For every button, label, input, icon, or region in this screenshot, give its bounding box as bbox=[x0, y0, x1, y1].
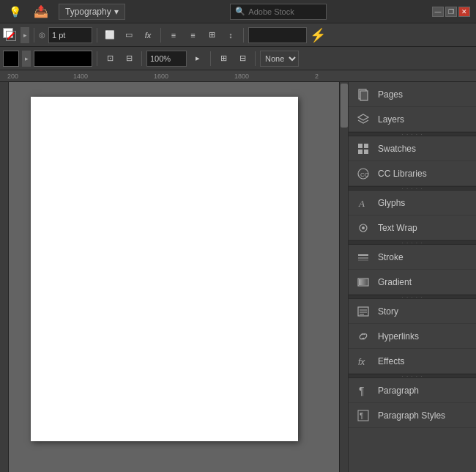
title-bar-left: 💡 📤 Typography ▾ bbox=[6, 3, 125, 21]
toolbar-row1: ▸ ◎ ⬜ ▭ fx ≡ ≡ ⊞ ↕ ⚡ bbox=[0, 23, 476, 47]
sep6 bbox=[141, 51, 142, 66]
layers-icon bbox=[356, 112, 371, 127]
maximize-button[interactable]: ❐ bbox=[445, 7, 457, 17]
zoom-input[interactable] bbox=[146, 51, 187, 67]
flip-h-button[interactable]: ⊡ bbox=[102, 51, 118, 67]
paragraph-styles-label: Paragraph Styles bbox=[378, 410, 445, 421]
vertical-scrollbar[interactable] bbox=[339, 82, 348, 472]
panel-item-pages[interactable]: Pages bbox=[349, 82, 476, 107]
paragraph-icon: ¶ bbox=[356, 383, 371, 398]
cc-libraries-label: CC Libraries bbox=[378, 169, 427, 179]
quick-apply-icon[interactable]: ⚡ bbox=[310, 27, 326, 43]
right-panel: Pages Layers · · · · · bbox=[348, 82, 476, 472]
text-input-field[interactable] bbox=[248, 27, 307, 43]
svg-rect-4 bbox=[364, 144, 368, 148]
cc-libraries-icon: CC bbox=[356, 166, 371, 181]
svg-text:CC: CC bbox=[360, 172, 369, 178]
ruler-mark-1: 1400 bbox=[73, 73, 88, 80]
svg-text:fx: fx bbox=[358, 357, 365, 367]
search-icon: 🔍 bbox=[235, 7, 245, 16]
stroke-icon bbox=[356, 250, 371, 265]
workspace-dropdown[interactable]: Typography ▾ bbox=[59, 4, 125, 20]
stroke-weight-input[interactable] bbox=[48, 27, 92, 43]
ruler-mark-4: 2 bbox=[315, 73, 319, 80]
panel-item-glyphs[interactable]: A Glyphs bbox=[349, 191, 476, 215]
horizontal-ruler: 200 1400 1600 1800 2 bbox=[0, 70, 476, 82]
panel-item-effects[interactable]: fx Effects bbox=[349, 349, 476, 374]
svg-point-11 bbox=[362, 226, 365, 229]
fill-color-box[interactable] bbox=[3, 51, 19, 67]
align-center-button[interactable]: ≡ bbox=[185, 27, 201, 43]
fill-expand-button[interactable]: ▸ bbox=[22, 51, 31, 67]
panel-item-paragraph-styles[interactable]: ¶ Paragraph Styles bbox=[349, 403, 476, 428]
panel-item-stroke[interactable]: Stroke bbox=[349, 245, 476, 270]
search-area: 🔍 bbox=[230, 4, 327, 20]
sep3 bbox=[160, 28, 161, 43]
effects-icon: fx bbox=[356, 354, 371, 369]
minimize-button[interactable]: — bbox=[432, 7, 444, 17]
panel-item-layers[interactable]: Layers bbox=[349, 107, 476, 132]
search-box[interactable]: 🔍 bbox=[230, 4, 327, 20]
panel-item-text-wrap[interactable]: Text Wrap bbox=[349, 215, 476, 240]
sep1 bbox=[34, 28, 34, 43]
stroke-color-indicator bbox=[6, 31, 16, 41]
transform-button[interactable]: ⬜ bbox=[102, 27, 118, 43]
swatches-label: Swatches bbox=[378, 144, 416, 154]
swatches-icon bbox=[356, 141, 371, 156]
distribute2-button[interactable]: ↕ bbox=[223, 27, 239, 43]
zoom-dropdown-button[interactable]: ▸ bbox=[190, 51, 206, 67]
ruler-mark-2: 1600 bbox=[154, 73, 168, 80]
story-label: Story bbox=[378, 306, 398, 317]
hyperlinks-icon bbox=[356, 329, 371, 344]
fx-label: fx bbox=[145, 31, 152, 40]
fx-button[interactable]: fx bbox=[140, 27, 156, 43]
ruler-mark-3: 1800 bbox=[234, 73, 249, 80]
effects-label: Effects bbox=[378, 356, 404, 366]
ruler-mark-0: 200 bbox=[7, 73, 18, 80]
distribute-button[interactable]: ⊞ bbox=[204, 27, 220, 43]
stroke-weight-icon: ◎ bbox=[39, 31, 45, 39]
sep5 bbox=[97, 51, 97, 66]
title-bar: 💡 📤 Typography ▾ 🔍 — ❐ ✕ bbox=[0, 0, 476, 23]
color-indicator[interactable] bbox=[3, 28, 18, 43]
panel-item-paragraph[interactable]: ¶ Paragraph bbox=[349, 378, 476, 403]
svg-rect-3 bbox=[358, 144, 362, 148]
svg-rect-1 bbox=[360, 91, 368, 100]
left-tools bbox=[0, 82, 9, 472]
color-expand-button[interactable]: ▸ bbox=[21, 27, 29, 43]
svg-rect-16 bbox=[359, 279, 368, 285]
sep8 bbox=[255, 51, 256, 66]
align-left-button[interactable]: ≡ bbox=[166, 27, 182, 43]
rectangle-button[interactable]: ▭ bbox=[121, 27, 137, 43]
glyphs-label: Glyphs bbox=[378, 198, 405, 208]
stroke-label: Stroke bbox=[378, 252, 404, 262]
glyphs-icon: A bbox=[356, 196, 371, 210]
toolbar-row2: ▸ ⊡ ⊟ ▸ ⊞ ⊟ None bbox=[0, 47, 476, 70]
story-icon bbox=[356, 304, 371, 319]
paragraph-styles-icon: ¶ bbox=[356, 408, 371, 423]
panel-item-gradient[interactable]: Gradient bbox=[349, 270, 476, 295]
panel-item-hyperlinks[interactable]: Hyperlinks bbox=[349, 324, 476, 349]
search-input[interactable] bbox=[248, 7, 321, 16]
gradient-icon bbox=[356, 275, 371, 290]
svg-rect-6 bbox=[364, 150, 368, 154]
align-spread-button[interactable]: ⊞ bbox=[215, 51, 231, 67]
panel-item-cc-libraries[interactable]: CC CC Libraries bbox=[349, 161, 476, 186]
ideas-icon[interactable]: 💡 bbox=[6, 3, 23, 21]
style-select[interactable]: None bbox=[260, 51, 299, 67]
align-spread2-button[interactable]: ⊟ bbox=[234, 51, 250, 67]
sep2 bbox=[97, 28, 97, 43]
flip-v-button[interactable]: ⊟ bbox=[121, 51, 137, 67]
svg-text:¶: ¶ bbox=[359, 385, 365, 397]
canvas-area[interactable] bbox=[9, 82, 339, 472]
main-area: Pages Layers · · · · · bbox=[0, 82, 476, 472]
svg-text:¶: ¶ bbox=[360, 412, 363, 420]
panel-item-story[interactable]: Story bbox=[349, 299, 476, 324]
panel-item-swatches[interactable]: Swatches bbox=[349, 136, 476, 161]
stroke-preview-box[interactable] bbox=[34, 51, 92, 67]
sep4 bbox=[243, 28, 244, 43]
close-button[interactable]: ✕ bbox=[458, 7, 470, 17]
svg-text:A: A bbox=[358, 198, 365, 209]
scrollbar-thumb[interactable] bbox=[341, 84, 348, 128]
publish-icon[interactable]: 📤 bbox=[32, 3, 50, 21]
